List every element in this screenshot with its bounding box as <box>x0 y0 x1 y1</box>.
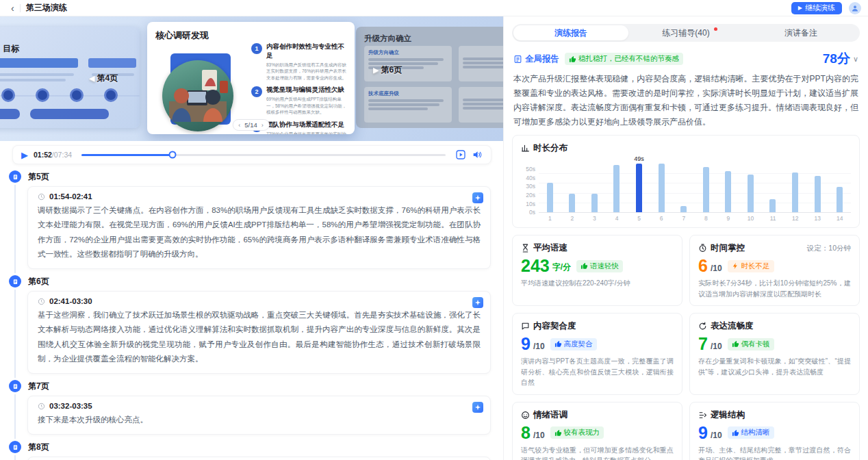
chart-bar[interactable] <box>792 172 798 212</box>
metric-card-emotion: 情绪语调 8 /10 较有表现力 语气较为专业稳重，但可增加更多情感变化和重点强… <box>512 402 682 460</box>
ai-polish-icon[interactable] <box>472 192 483 203</box>
metric-card-content-fit: 内容契合度 9 /10 高度契合 演讲内容与PPT各页主题高度一致，完整覆盖了调… <box>512 313 682 395</box>
timestamp: 01:54-02:41 <box>49 192 92 201</box>
page-dot-icon <box>9 441 21 453</box>
chart-bar[interactable] <box>837 187 843 212</box>
slide-next[interactable]: 升级方向确立 升级方向确立 - 技术底座升级 - <box>356 27 503 128</box>
transcript-text: 调研数据揭示了三个关键痛点。在内容创作方面，83%的职场用户反馈现有工具生成缺乏… <box>38 203 481 261</box>
chevron-down-icon[interactable]: ∨ <box>853 55 858 64</box>
metric-desc: 存在少量重复词和卡顿现象，如“突突破性”、“提提供”等，建议减少口头禅，提升表达… <box>698 356 851 377</box>
metric-card-logic: 逻辑结构 9 /10 结构清晰 开场、主体、结尾结构完整，章节过渡自然，符合产品… <box>689 402 860 460</box>
chart-bar[interactable] <box>725 171 731 212</box>
page-dot-icon <box>9 275 21 288</box>
audio-player: ▶ 01:52/07:34 <box>12 145 492 164</box>
point-desc: 72%的企业用户提出需要更高效的实时协作功能，65%的跨境商务用户表示多语种翻译… <box>266 131 350 134</box>
point-title: 视觉呈现与编辑灵活性欠缺 <box>266 86 350 94</box>
continue-practice-button[interactable]: ▶ 继续演练 <box>791 2 842 14</box>
metric-unit: /10 <box>711 431 722 442</box>
play-button[interactable]: ▶ <box>21 151 28 159</box>
prev-page-marker[interactable]: ◀ 第4页 <box>89 73 118 84</box>
transcript-entry: 第8页 03:38-04:21 在技术底座层面实现了三大突破。实时联网搜索功能可… <box>0 439 503 460</box>
back-icon[interactable]: ‹ <box>7 3 18 14</box>
session-title: 第三场演练 <box>26 2 67 14</box>
stopwatch-icon <box>698 244 707 253</box>
metric-badge: 偶有卡顿 <box>728 338 774 350</box>
progress-handle[interactable] <box>169 151 177 159</box>
tab-coaching[interactable]: 练习辅导(40) <box>628 25 743 40</box>
volume-icon[interactable] <box>472 149 483 160</box>
chart-plot: 49s <box>539 164 851 213</box>
page-label: 第5页 <box>28 171 49 183</box>
slide-pagination: ‹ 5/14 › <box>232 119 270 131</box>
page-dot-icon <box>9 380 21 392</box>
tab-notes[interactable]: 演讲备注 <box>743 25 858 40</box>
point-desc: 69%的用户反馈AI生成PPT排版结构单一，58%的用户希望增强视觉定制功能，模… <box>266 96 350 115</box>
chart-bar[interactable] <box>659 164 665 212</box>
transcript-entry: 第5页 01:54-02:41 调研数据揭示了三个关键痛点。在内容创作方面，83… <box>0 168 503 269</box>
slide-current[interactable]: 核心调研发现 1 内容创作时效 <box>147 22 355 134</box>
progress-fill <box>81 154 173 156</box>
slide-illustration <box>162 60 233 131</box>
app-window: ‹ 第三场演练 ▶ 继续演练 目标 <box>0 0 868 460</box>
chart-bar[interactable] <box>815 176 821 212</box>
pagination-next-icon[interactable]: › <box>261 122 264 129</box>
point-desc: 83%的职场用户反馈现有工具生成内容缺乏实时数据支撑，76%的科研用户表示长文本… <box>266 62 350 81</box>
point-title: 团队协作与场景适配性不足 <box>266 120 350 129</box>
metric-unit: /10 <box>711 342 722 353</box>
lightning-icon <box>732 262 739 270</box>
metric-badge: 高度契合 <box>550 338 597 350</box>
clock-icon <box>38 402 45 410</box>
progress-bar[interactable] <box>81 154 446 156</box>
structure-icon <box>698 411 707 420</box>
playback-mode-icon[interactable] <box>455 149 466 160</box>
ai-polish-icon[interactable] <box>472 297 483 308</box>
transcript-text: 接下来是本次升级的核心亮点。 <box>38 413 481 427</box>
metric-unit: /10 <box>533 342 545 353</box>
slide-shape <box>0 58 78 68</box>
next-page-label: 第6页 <box>381 64 402 76</box>
metric-desc: 演讲内容与PPT各页主题高度一致，完整覆盖了调研分析、核心亮点和价值反馈三大模块… <box>521 356 674 388</box>
chart-bar[interactable] <box>703 167 709 212</box>
slide-shape <box>36 88 49 102</box>
metric-badge: 语速轻快 <box>576 260 623 272</box>
metric-grid: 平均语速 243 字/分 语速轻快 平均语速建议控制在220-240字/分钟 <box>512 235 860 460</box>
metric-value: 243 <box>521 257 550 274</box>
tab-report[interactable]: 演练报告 <box>513 25 628 40</box>
chart-bar[interactable] <box>547 183 553 212</box>
thumbs-up-icon <box>554 340 562 348</box>
slide-shape <box>88 58 136 68</box>
pagination-label: 5/14 <box>244 121 257 129</box>
overall-score: 78分 <box>823 50 850 68</box>
ai-polish-icon[interactable] <box>472 402 483 413</box>
report-icon <box>513 55 522 64</box>
chart-bar[interactable] <box>636 164 642 212</box>
slide-point: 1 内容创作时效性与专业性不足 83%的职场用户反馈现有工具生成内容缺乏实时数据… <box>251 42 350 81</box>
chart-bar[interactable] <box>769 199 776 212</box>
transcript-card: 03:32-03:35 接下来是本次升级的核心亮点。 <box>27 396 491 435</box>
chart-bar[interactable] <box>680 206 687 212</box>
thumbs-up-icon <box>732 340 739 348</box>
thumbs-up-icon <box>554 429 562 437</box>
chart-bar[interactable] <box>748 175 754 212</box>
transcript-list[interactable]: 第5页 01:54-02:41 调研数据揭示了三个关键痛点。在内容创作方面，83… <box>0 168 503 460</box>
chart-bar[interactable] <box>591 194 598 212</box>
current-time: 01:52 <box>34 151 52 159</box>
global-report: 全局报告 稳扎稳打，已经有不错的节奏感 78分 ∨ 本次产品升级汇报整体表现稳健… <box>512 49 860 135</box>
prev-page-label: 第4页 <box>97 73 118 84</box>
metric-desc: 实际时长7分34秒，比计划10分钟缩短约25%，建议适当增加内容讲解深度以匹配预… <box>698 278 851 299</box>
metric-value: 8 <box>521 424 531 442</box>
prev-slide-title: 目标 <box>3 43 19 55</box>
slide-shape <box>70 88 84 102</box>
user-avatar[interactable] <box>849 2 861 14</box>
play-icon: ▶ <box>798 5 802 11</box>
next-page-marker[interactable]: ▶ 第6页 <box>373 64 402 76</box>
global-summary: 本次产品升级汇报整体表现稳健，内容契合度高，逻辑结构清晰。主要优势在于对PPT内… <box>513 72 858 129</box>
slide-shape <box>30 109 109 119</box>
chart-bar[interactable] <box>613 165 620 212</box>
slide-prev[interactable]: 目标 <box>0 27 140 128</box>
chart-bar[interactable] <box>569 194 575 212</box>
pagination-prev-icon[interactable]: ‹ <box>238 122 240 129</box>
global-report-label: 全局报告 <box>513 53 559 65</box>
page-label: 第8页 <box>28 442 49 453</box>
chart-x-axis: 1234567891011121314 <box>539 215 851 222</box>
